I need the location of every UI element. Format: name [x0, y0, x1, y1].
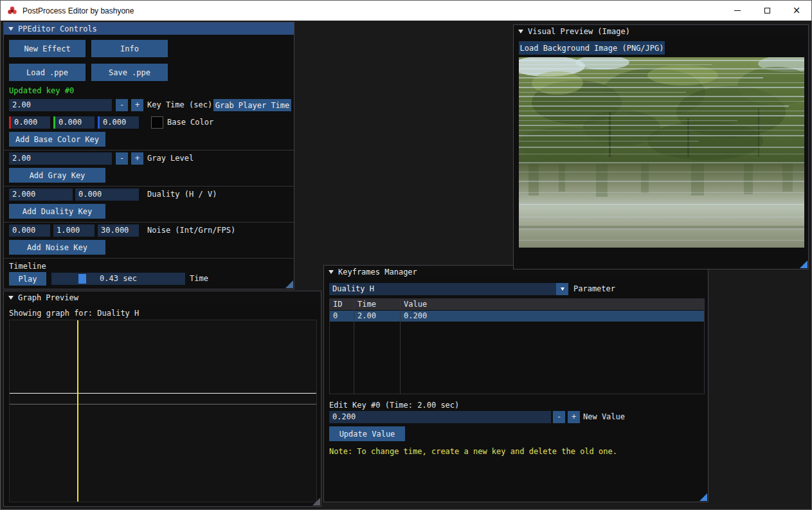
visual-preview-titlebar[interactable]: Visual Preview (Image)	[514, 25, 808, 37]
keyframes-title: Keyframes Manager	[338, 268, 417, 277]
gray-level-label: Gray Level	[147, 152, 194, 165]
combo-arrow-button[interactable]	[556, 283, 568, 295]
ppeditor-titlebar[interactable]: PPEditor Controls	[4, 23, 294, 35]
noise-grain-input[interactable]: 1.000	[53, 224, 95, 237]
parameter-combo[interactable]: Duality H	[329, 283, 568, 295]
cell-id: 0	[333, 311, 338, 322]
base-color-r-input[interactable]: 0.000	[9, 116, 50, 129]
keyframes-table: ID Time Value 0 2.00 0.200	[329, 298, 705, 394]
cell-time: 2.00	[357, 311, 376, 322]
play-button[interactable]: Play	[9, 272, 46, 286]
edit-key-heading: Edit Key #0 (Time: 2.00 sec)	[329, 399, 459, 412]
graph-grid-line	[10, 404, 316, 405]
os-titlebar[interactable]: PostProcess Editor by bashyone ×	[1, 1, 811, 21]
table-header-value[interactable]: Value	[404, 299, 427, 310]
minimize-icon	[734, 10, 741, 11]
maximize-button[interactable]	[752, 1, 782, 21]
collapse-arrow-icon[interactable]	[8, 296, 14, 300]
keyframes-manager-window: Keyframes Manager Duality H Parameter ID…	[323, 265, 708, 502]
grab-player-time-button[interactable]: Grab Player Time	[213, 99, 291, 111]
collapse-arrow-icon[interactable]	[8, 27, 14, 31]
key-time-minus-button[interactable]: -	[116, 99, 128, 111]
collapse-arrow-icon[interactable]	[329, 270, 334, 274]
add-duality-key-button[interactable]: Add Duality Key	[9, 204, 105, 219]
save-ppe-button[interactable]: Save .ppe	[91, 64, 168, 81]
graph-plot	[9, 320, 317, 502]
resize-grip[interactable]	[800, 260, 807, 268]
graph-titlebar[interactable]: Graph Preview	[4, 291, 321, 304]
duality-v-input[interactable]: 0.000	[75, 188, 139, 201]
gray-minus-button[interactable]: -	[116, 152, 128, 165]
load-ppe-button[interactable]: Load .ppe	[9, 64, 86, 81]
base-color-g-input[interactable]: 0.000	[53, 116, 95, 129]
resize-grip[interactable]	[312, 498, 320, 505]
parameter-combo-value: Duality H	[332, 284, 374, 293]
ppeditor-controls-window: PPEditor Controls New Effect Info Load .…	[3, 22, 294, 289]
gray-level-input[interactable]: 2.00	[9, 152, 112, 165]
preview-image	[519, 57, 804, 248]
add-gray-key-button[interactable]: Add Gray Key	[9, 168, 105, 183]
gray-plus-button[interactable]: +	[131, 152, 143, 165]
app-root: PostProcess Editor by bashyone × PPEdito…	[0, 0, 812, 510]
graph-zero-line	[10, 393, 316, 394]
chevron-down-icon	[561, 287, 564, 291]
time-label: Time	[190, 273, 208, 285]
key-time-plus-button[interactable]: +	[131, 99, 143, 111]
graph-subtitle: Showing graph for: Duality H	[9, 307, 139, 320]
duality-label: Duality (H / V)	[147, 188, 217, 201]
window-title: PostProcess Editor by bashyone	[23, 6, 134, 15]
noise-label: Noise (Int/Grn/FPS)	[147, 224, 235, 237]
close-icon: ×	[793, 6, 801, 15]
update-value-button[interactable]: Update Value	[329, 426, 405, 441]
table-header-time[interactable]: Time	[357, 299, 376, 310]
maximize-icon	[764, 8, 770, 14]
key-time-input[interactable]: 2.00	[9, 99, 112, 111]
cell-value: 0.200	[404, 311, 427, 322]
close-button[interactable]: ×	[782, 1, 811, 21]
time-slider[interactable]: 0.43 sec	[51, 273, 185, 285]
resize-grip[interactable]	[699, 493, 707, 501]
client-area: PPEditor Controls New Effect Info Load .…	[1, 21, 811, 509]
column-separator[interactable]	[400, 299, 401, 394]
column-separator[interactable]	[354, 299, 354, 394]
key-time-label: Key Time (sec)	[147, 99, 212, 111]
timeline-heading: Timeline	[9, 260, 46, 273]
visual-preview-title: Visual Preview (Image)	[528, 27, 630, 36]
table-row[interactable]: 0 2.00 0.200	[330, 311, 704, 322]
time-slider-value: 0.43 sec	[51, 273, 185, 285]
resize-grip[interactable]	[285, 280, 293, 288]
new-value-minus-button[interactable]: -	[553, 411, 565, 423]
noise-intensity-input[interactable]: 0.000	[9, 224, 50, 237]
new-value-input[interactable]: 0.200	[329, 411, 551, 423]
graph-title: Graph Preview	[18, 293, 78, 302]
ppeditor-title: PPEditor Controls	[18, 24, 97, 33]
duality-h-input[interactable]: 2.000	[9, 188, 73, 201]
add-noise-key-button[interactable]: Add Noise Key	[9, 240, 105, 255]
table-header-id[interactable]: ID	[333, 299, 342, 310]
graph-preview-window: Graph Preview Showing graph for: Duality…	[3, 291, 321, 507]
new-value-label: New Value	[583, 411, 625, 423]
minimize-button[interactable]	[723, 1, 752, 21]
base-color-swatch[interactable]	[151, 116, 163, 129]
add-base-color-key-button[interactable]: Add Base Color Key	[9, 132, 105, 147]
app-icon	[7, 6, 17, 16]
table-header-row: ID Time Value	[330, 299, 704, 310]
parameter-label: Parameter	[573, 283, 615, 295]
new-effect-button[interactable]: New Effect	[9, 40, 86, 57]
noise-fps-input[interactable]: 30.000	[98, 224, 139, 237]
new-value-plus-button[interactable]: +	[568, 411, 580, 423]
base-color-b-input[interactable]: 0.000	[98, 116, 139, 129]
load-background-image-button[interactable]: Load Background Image (PNG/JPG)	[519, 41, 665, 55]
graph-time-marker	[77, 320, 78, 502]
status-text: Updated key #0	[9, 85, 74, 97]
info-button[interactable]: Info	[91, 40, 168, 57]
collapse-arrow-icon[interactable]	[518, 30, 523, 33]
base-color-label: Base Color	[167, 116, 213, 129]
visual-preview-window: Visual Preview (Image) Load Background I…	[513, 24, 809, 269]
note-text: Note: To change time, create a new key a…	[329, 446, 617, 458]
